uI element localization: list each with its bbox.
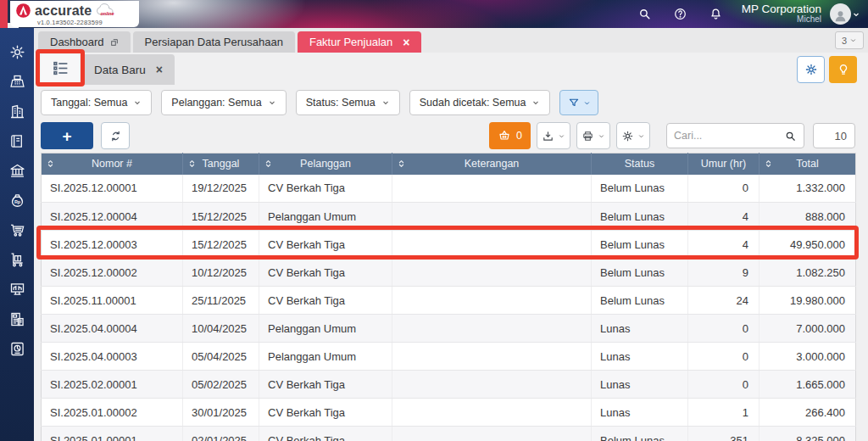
refresh-button[interactable] xyxy=(101,122,130,149)
cell-pelanggan: CV Berkah Tiga xyxy=(259,287,392,315)
table-row[interactable]: SI.2025.12.0000210/12/2025CV Berkah Tiga… xyxy=(42,259,856,287)
accurate-online-app: accurate online v1.0.1#3502-2283599 MP C… xyxy=(0,0,868,441)
cell-status: Belum Lunas xyxy=(592,259,688,287)
subtab-menu-button[interactable] xyxy=(41,54,80,85)
basket-button[interactable]: 0 xyxy=(489,122,531,149)
tab-dashboard[interactable]: Dashboard xyxy=(38,31,131,53)
sidebar-item-purchase-trolley[interactable] xyxy=(0,245,34,275)
close-icon[interactable]: × xyxy=(403,36,409,48)
add-invoice-button[interactable]: + xyxy=(41,122,93,149)
cell-status: Lunas xyxy=(592,371,688,399)
tab-overflow-count: 3 xyxy=(842,36,847,46)
sidebar-item-gear[interactable] xyxy=(0,37,34,67)
sidebar-item-bank[interactable] xyxy=(0,156,34,186)
column-header-nomor[interactable]: Nomor # xyxy=(42,154,183,175)
notifications-bell-icon[interactable] xyxy=(709,7,723,21)
cell-status: Lunas xyxy=(592,315,688,343)
cell-total: 49.950.000 xyxy=(760,231,856,259)
cell-total: 1.332.000 xyxy=(760,175,856,203)
filter-sudah-dicetak[interactable]: Sudah dicetak: Semua xyxy=(409,90,551,115)
filter-pelanggan[interactable]: Pelanggan: Semua xyxy=(161,90,286,115)
cell-keterangan xyxy=(392,259,592,287)
tab-overflow-button[interactable]: 3 xyxy=(835,31,864,49)
chevron-down-icon xyxy=(381,98,390,107)
chevron-down-icon xyxy=(268,98,276,107)
subtab-data-baru[interactable]: Data Baru × xyxy=(82,54,175,85)
table-row[interactable]: SI.2025.01.0000102/01/2025CV Berkah Tiga… xyxy=(42,427,856,441)
sidebar-item-sales-cart[interactable] xyxy=(0,215,34,245)
cell-nomor: SI.2025.02.00001 xyxy=(42,371,183,399)
cell-pelanggan: CV Berkah Tiga xyxy=(259,231,392,259)
cell-status: Lunas xyxy=(592,399,688,427)
column-label: Keterangan xyxy=(465,158,520,170)
cell-total: 7.000.000 xyxy=(760,315,856,343)
download-button[interactable] xyxy=(537,122,570,149)
table-row[interactable]: SI.2025.12.0000415/12/2025Pelanggan Umum… xyxy=(42,203,856,231)
column-header-pelanggan[interactable]: Pelanggan xyxy=(259,154,392,175)
cell-total: 8.325.000 xyxy=(760,427,856,441)
accurate-logo[interactable]: accurate online v1.0.1#3502-2283599 xyxy=(10,1,139,27)
table-row[interactable]: SI.2025.12.0000119/12/2025CV Berkah Tiga… xyxy=(42,175,856,203)
cell-tanggal: 02/01/2025 xyxy=(183,427,259,441)
column-header-umur-hr[interactable]: Umur (hr) xyxy=(688,154,760,175)
header-actions: MP Corporation Michel xyxy=(637,0,861,28)
report-document-icon xyxy=(8,340,26,358)
table-row[interactable]: SI.2025.02.0000105/02/2025CV Berkah Tiga… xyxy=(42,371,856,399)
cell-nomor: SI.2025.01.00001 xyxy=(42,427,183,441)
chevron-down-icon xyxy=(531,98,540,107)
cell-pelanggan: Pelanggan Umum xyxy=(259,343,392,371)
print-button[interactable] xyxy=(576,122,610,149)
tax-document-icon xyxy=(8,310,26,328)
cell-umur-hr: 0 xyxy=(688,343,760,371)
sidebar-item-fixed-asset[interactable] xyxy=(0,275,34,304)
filter-funnel-button[interactable] xyxy=(559,90,598,115)
table-row[interactable]: SI.2025.11.0000125/11/2025CV Berkah Tiga… xyxy=(42,287,856,315)
settings-button[interactable] xyxy=(797,56,825,83)
cell-umur-hr: 0 xyxy=(688,175,760,203)
bank-icon xyxy=(8,162,26,180)
fixed-asset-icon xyxy=(8,281,26,299)
table-settings-button[interactable] xyxy=(616,122,650,149)
column-header-tanggal[interactable]: Tanggal xyxy=(183,154,259,175)
search-icon[interactable] xyxy=(637,7,652,21)
cell-total: 888.000 xyxy=(760,203,856,231)
list-menu-icon xyxy=(52,59,70,81)
subtab-label: Data Baru xyxy=(94,64,146,76)
column-label: Umur (hr) xyxy=(701,158,746,170)
close-icon[interactable]: × xyxy=(156,63,163,76)
filter-tanggal[interactable]: Tanggal: Semua xyxy=(41,90,152,115)
cell-umur-hr: 0 xyxy=(688,371,760,399)
column-header-total[interactable]: Total xyxy=(760,154,856,175)
sidebar-item-company[interactable] xyxy=(0,97,34,126)
cell-keterangan xyxy=(392,371,592,399)
cell-status: Belum Lunas xyxy=(592,287,688,315)
sidebar-item-ledger-book[interactable] xyxy=(0,126,34,156)
tab-faktur-penjualan[interactable]: Faktur Penjualan× xyxy=(298,31,421,53)
sidebar-item-tax-document[interactable] xyxy=(0,304,34,334)
column-header-status[interactable]: Status xyxy=(592,154,688,175)
table-row[interactable]: SI.2025.04.0000305/04/2025Pelanggan Umum… xyxy=(42,343,856,371)
chevron-down-icon[interactable] xyxy=(851,9,861,20)
browser-tab-list: DashboardPersiapan Data PerusahaanFaktur… xyxy=(34,28,868,53)
help-icon[interactable] xyxy=(673,7,687,21)
search-input[interactable] xyxy=(674,130,784,142)
page-size-box[interactable]: 10 xyxy=(813,123,855,148)
sidebar-item-money-bag[interactable]: Rp xyxy=(0,186,34,215)
table-row[interactable]: SI.2025.01.0000230/01/2025CV Berkah Tiga… xyxy=(42,399,856,427)
avatar[interactable] xyxy=(830,3,851,25)
sidebar-item-report-document[interactable] xyxy=(0,334,34,364)
table-header-row: Nomor #TanggalPelangganKeteranganStatusU… xyxy=(42,154,856,175)
column-label: Tanggal xyxy=(203,158,240,170)
tab-persiapan-data-perusahaan[interactable]: Persiapan Data Perusahaan xyxy=(133,31,295,53)
column-header-keterangan[interactable]: Keterangan xyxy=(392,154,592,175)
filter-status[interactable]: Status: Semua xyxy=(296,90,400,115)
cell-pelanggan: CV Berkah Tiga xyxy=(259,427,392,441)
table-row-highlighted[interactable]: SI.2025.12.0000315/12/2025CV Berkah Tiga… xyxy=(42,231,856,259)
table-row[interactable]: SI.2025.04.0000410/04/2025Pelanggan Umum… xyxy=(42,315,856,343)
account-info[interactable]: MP Corporation Michel xyxy=(742,3,821,25)
money-bag-icon: Rp xyxy=(8,192,26,209)
cash-register-icon xyxy=(8,73,26,91)
cell-nomor: SI.2025.12.00003 xyxy=(42,231,183,259)
sidebar-item-cash-register[interactable] xyxy=(0,67,34,97)
tips-lightbulb-button[interactable] xyxy=(829,56,857,83)
